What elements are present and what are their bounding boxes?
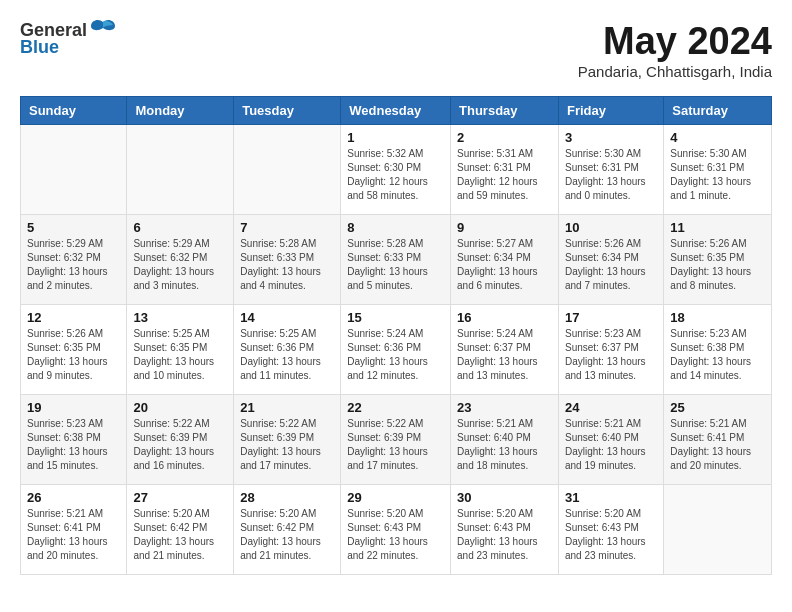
cell-info: Sunrise: 5:21 AM Sunset: 6:41 PM Dayligh… [27, 507, 120, 563]
weekday-header-sunday: Sunday [21, 97, 127, 125]
day-number: 18 [670, 310, 765, 325]
page-header: General Blue May 2024 Pandaria, Chhattis… [20, 20, 772, 80]
calendar-week-row: 12Sunrise: 5:26 AM Sunset: 6:35 PM Dayli… [21, 305, 772, 395]
calendar-cell: 17Sunrise: 5:23 AM Sunset: 6:37 PM Dayli… [558, 305, 663, 395]
calendar-cell: 3Sunrise: 5:30 AM Sunset: 6:31 PM Daylig… [558, 125, 663, 215]
day-number: 29 [347, 490, 444, 505]
weekday-header-monday: Monday [127, 97, 234, 125]
month-year-title: May 2024 [578, 20, 772, 63]
cell-info: Sunrise: 5:22 AM Sunset: 6:39 PM Dayligh… [240, 417, 334, 473]
day-number: 16 [457, 310, 552, 325]
calendar-cell: 18Sunrise: 5:23 AM Sunset: 6:38 PM Dayli… [664, 305, 772, 395]
calendar-cell: 20Sunrise: 5:22 AM Sunset: 6:39 PM Dayli… [127, 395, 234, 485]
calendar-cell: 29Sunrise: 5:20 AM Sunset: 6:43 PM Dayli… [341, 485, 451, 575]
calendar-cell: 13Sunrise: 5:25 AM Sunset: 6:35 PM Dayli… [127, 305, 234, 395]
day-number: 3 [565, 130, 657, 145]
weekday-header-wednesday: Wednesday [341, 97, 451, 125]
calendar-cell: 22Sunrise: 5:22 AM Sunset: 6:39 PM Dayli… [341, 395, 451, 485]
calendar-cell: 19Sunrise: 5:23 AM Sunset: 6:38 PM Dayli… [21, 395, 127, 485]
cell-info: Sunrise: 5:31 AM Sunset: 6:31 PM Dayligh… [457, 147, 552, 203]
calendar-week-row: 19Sunrise: 5:23 AM Sunset: 6:38 PM Dayli… [21, 395, 772, 485]
day-number: 22 [347, 400, 444, 415]
location-subtitle: Pandaria, Chhattisgarh, India [578, 63, 772, 80]
calendar-cell: 8Sunrise: 5:28 AM Sunset: 6:33 PM Daylig… [341, 215, 451, 305]
calendar-cell: 26Sunrise: 5:21 AM Sunset: 6:41 PM Dayli… [21, 485, 127, 575]
day-number: 15 [347, 310, 444, 325]
day-number: 12 [27, 310, 120, 325]
weekday-header-thursday: Thursday [451, 97, 559, 125]
calendar-cell: 9Sunrise: 5:27 AM Sunset: 6:34 PM Daylig… [451, 215, 559, 305]
day-number: 25 [670, 400, 765, 415]
calendar-cell: 21Sunrise: 5:22 AM Sunset: 6:39 PM Dayli… [234, 395, 341, 485]
weekday-header-tuesday: Tuesday [234, 97, 341, 125]
logo: General Blue [20, 20, 117, 58]
cell-info: Sunrise: 5:27 AM Sunset: 6:34 PM Dayligh… [457, 237, 552, 293]
calendar-cell [234, 125, 341, 215]
calendar-cell: 30Sunrise: 5:20 AM Sunset: 6:43 PM Dayli… [451, 485, 559, 575]
day-number: 8 [347, 220, 444, 235]
cell-info: Sunrise: 5:20 AM Sunset: 6:42 PM Dayligh… [133, 507, 227, 563]
cell-info: Sunrise: 5:25 AM Sunset: 6:35 PM Dayligh… [133, 327, 227, 383]
calendar-cell: 25Sunrise: 5:21 AM Sunset: 6:41 PM Dayli… [664, 395, 772, 485]
calendar-week-row: 26Sunrise: 5:21 AM Sunset: 6:41 PM Dayli… [21, 485, 772, 575]
cell-info: Sunrise: 5:20 AM Sunset: 6:43 PM Dayligh… [347, 507, 444, 563]
cell-info: Sunrise: 5:20 AM Sunset: 6:42 PM Dayligh… [240, 507, 334, 563]
calendar-cell: 28Sunrise: 5:20 AM Sunset: 6:42 PM Dayli… [234, 485, 341, 575]
day-number: 24 [565, 400, 657, 415]
day-number: 21 [240, 400, 334, 415]
day-number: 10 [565, 220, 657, 235]
calendar-week-row: 1Sunrise: 5:32 AM Sunset: 6:30 PM Daylig… [21, 125, 772, 215]
day-number: 13 [133, 310, 227, 325]
title-section: May 2024 Pandaria, Chhattisgarh, India [578, 20, 772, 80]
weekday-header-saturday: Saturday [664, 97, 772, 125]
day-number: 6 [133, 220, 227, 235]
cell-info: Sunrise: 5:28 AM Sunset: 6:33 PM Dayligh… [240, 237, 334, 293]
calendar-cell: 24Sunrise: 5:21 AM Sunset: 6:40 PM Dayli… [558, 395, 663, 485]
calendar-cell: 14Sunrise: 5:25 AM Sunset: 6:36 PM Dayli… [234, 305, 341, 395]
day-number: 31 [565, 490, 657, 505]
calendar-cell: 31Sunrise: 5:20 AM Sunset: 6:43 PM Dayli… [558, 485, 663, 575]
day-number: 1 [347, 130, 444, 145]
cell-info: Sunrise: 5:32 AM Sunset: 6:30 PM Dayligh… [347, 147, 444, 203]
cell-info: Sunrise: 5:26 AM Sunset: 6:34 PM Dayligh… [565, 237, 657, 293]
day-number: 2 [457, 130, 552, 145]
day-number: 20 [133, 400, 227, 415]
calendar-cell [21, 125, 127, 215]
calendar-cell [127, 125, 234, 215]
day-number: 17 [565, 310, 657, 325]
day-number: 26 [27, 490, 120, 505]
cell-info: Sunrise: 5:23 AM Sunset: 6:38 PM Dayligh… [670, 327, 765, 383]
calendar-cell: 10Sunrise: 5:26 AM Sunset: 6:34 PM Dayli… [558, 215, 663, 305]
calendar-cell: 23Sunrise: 5:21 AM Sunset: 6:40 PM Dayli… [451, 395, 559, 485]
day-number: 7 [240, 220, 334, 235]
cell-info: Sunrise: 5:21 AM Sunset: 6:40 PM Dayligh… [565, 417, 657, 473]
day-number: 23 [457, 400, 552, 415]
cell-info: Sunrise: 5:24 AM Sunset: 6:37 PM Dayligh… [457, 327, 552, 383]
logo-bird-icon [89, 18, 117, 40]
calendar-cell: 12Sunrise: 5:26 AM Sunset: 6:35 PM Dayli… [21, 305, 127, 395]
cell-info: Sunrise: 5:22 AM Sunset: 6:39 PM Dayligh… [347, 417, 444, 473]
logo-blue-text: Blue [20, 37, 59, 58]
cell-info: Sunrise: 5:30 AM Sunset: 6:31 PM Dayligh… [565, 147, 657, 203]
cell-info: Sunrise: 5:25 AM Sunset: 6:36 PM Dayligh… [240, 327, 334, 383]
calendar-cell: 7Sunrise: 5:28 AM Sunset: 6:33 PM Daylig… [234, 215, 341, 305]
day-number: 4 [670, 130, 765, 145]
calendar-cell [664, 485, 772, 575]
cell-info: Sunrise: 5:24 AM Sunset: 6:36 PM Dayligh… [347, 327, 444, 383]
cell-info: Sunrise: 5:23 AM Sunset: 6:37 PM Dayligh… [565, 327, 657, 383]
calendar-cell: 6Sunrise: 5:29 AM Sunset: 6:32 PM Daylig… [127, 215, 234, 305]
day-number: 5 [27, 220, 120, 235]
calendar-cell: 11Sunrise: 5:26 AM Sunset: 6:35 PM Dayli… [664, 215, 772, 305]
cell-info: Sunrise: 5:23 AM Sunset: 6:38 PM Dayligh… [27, 417, 120, 473]
cell-info: Sunrise: 5:22 AM Sunset: 6:39 PM Dayligh… [133, 417, 227, 473]
calendar-cell: 15Sunrise: 5:24 AM Sunset: 6:36 PM Dayli… [341, 305, 451, 395]
day-number: 27 [133, 490, 227, 505]
cell-info: Sunrise: 5:29 AM Sunset: 6:32 PM Dayligh… [27, 237, 120, 293]
day-number: 28 [240, 490, 334, 505]
day-number: 19 [27, 400, 120, 415]
cell-info: Sunrise: 5:21 AM Sunset: 6:40 PM Dayligh… [457, 417, 552, 473]
cell-info: Sunrise: 5:30 AM Sunset: 6:31 PM Dayligh… [670, 147, 765, 203]
weekday-header-friday: Friday [558, 97, 663, 125]
cell-info: Sunrise: 5:20 AM Sunset: 6:43 PM Dayligh… [457, 507, 552, 563]
cell-info: Sunrise: 5:26 AM Sunset: 6:35 PM Dayligh… [670, 237, 765, 293]
